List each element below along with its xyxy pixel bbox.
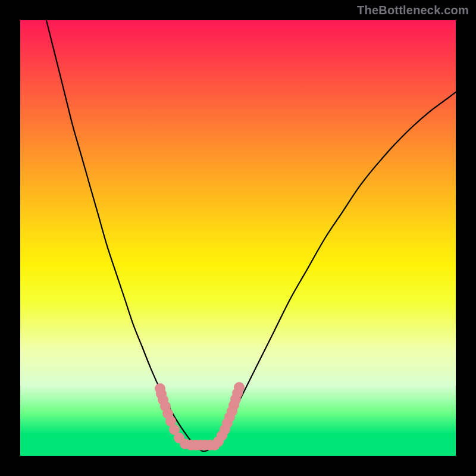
curve-point-left-2[interactable] xyxy=(161,395,174,408)
chart-frame: TheBottleneck.com xyxy=(0,0,476,476)
curve-point-left-1[interactable] xyxy=(155,381,168,394)
curve-point-left-4[interactable] xyxy=(176,426,189,439)
curve-point-right-4[interactable] xyxy=(231,400,244,413)
watermark: TheBottleneck.com xyxy=(357,4,469,17)
curve-point-right-2[interactable] xyxy=(220,424,233,437)
curve-point-left-3[interactable] xyxy=(168,411,181,424)
curve-point-right-5[interactable] xyxy=(236,388,249,401)
curve-point-right-3[interactable] xyxy=(226,412,239,425)
